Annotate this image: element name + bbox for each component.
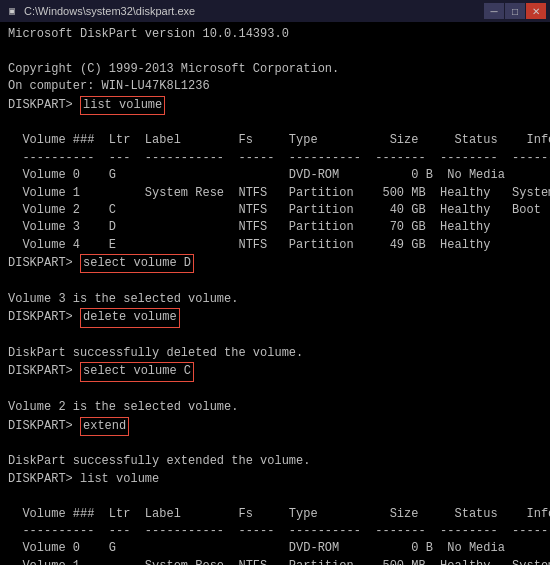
prompt-2: DISKPART> (8, 255, 80, 272)
command-line-2: DISKPART> select volume D (8, 254, 542, 273)
command-box-3: delete volume (80, 308, 180, 327)
table2: Volume ### Ltr Label Fs Type Size Status… (8, 506, 542, 565)
prompt-1: DISKPART> (8, 97, 80, 114)
prompt-3: DISKPART> (8, 309, 80, 326)
title-bar: ▣ C:\Windows\system32\diskpart.exe ─ □ ✕ (0, 0, 550, 22)
prompt-5: DISKPART> (8, 418, 80, 435)
command-box-2: select volume D (80, 254, 194, 273)
command-plain-6: list volume (80, 471, 159, 488)
header-text: Microsoft DiskPart version 10.0.14393.0 … (8, 26, 542, 96)
command-line-3: DISKPART> delete volume (8, 308, 542, 327)
msg5: DiskPart successfully extended the volum… (8, 453, 542, 470)
prompt-6: DISKPART> (8, 471, 80, 488)
command-line-5: DISKPART> extend (8, 417, 542, 436)
command-line-6: DISKPART> list volume (8, 471, 542, 488)
app-icon: ▣ (4, 3, 20, 19)
msg3: DiskPart successfully deleted the volume… (8, 345, 542, 362)
prompt-4: DISKPART> (8, 363, 80, 380)
msg2: Volume 3 is the selected volume. (8, 291, 542, 308)
command-box-5: extend (80, 417, 129, 436)
command-box-4: select volume C (80, 362, 194, 381)
window: ▣ C:\Windows\system32\diskpart.exe ─ □ ✕… (0, 0, 550, 565)
terminal-content: Microsoft DiskPart version 10.0.14393.0 … (0, 22, 550, 565)
title-bar-buttons: ─ □ ✕ (484, 3, 546, 19)
command-line-4: DISKPART> select volume C (8, 362, 542, 381)
msg4: Volume 2 is the selected volume. (8, 399, 542, 416)
maximize-button[interactable]: □ (505, 3, 525, 19)
command-box-1: list volume (80, 96, 165, 115)
command-line-1: DISKPART> list volume (8, 96, 542, 115)
title-text: C:\Windows\system32\diskpart.exe (24, 5, 195, 17)
close-button[interactable]: ✕ (526, 3, 546, 19)
table1: Volume ### Ltr Label Fs Type Size Status… (8, 132, 542, 254)
title-bar-left: ▣ C:\Windows\system32\diskpart.exe (4, 3, 195, 19)
minimize-button[interactable]: ─ (484, 3, 504, 19)
